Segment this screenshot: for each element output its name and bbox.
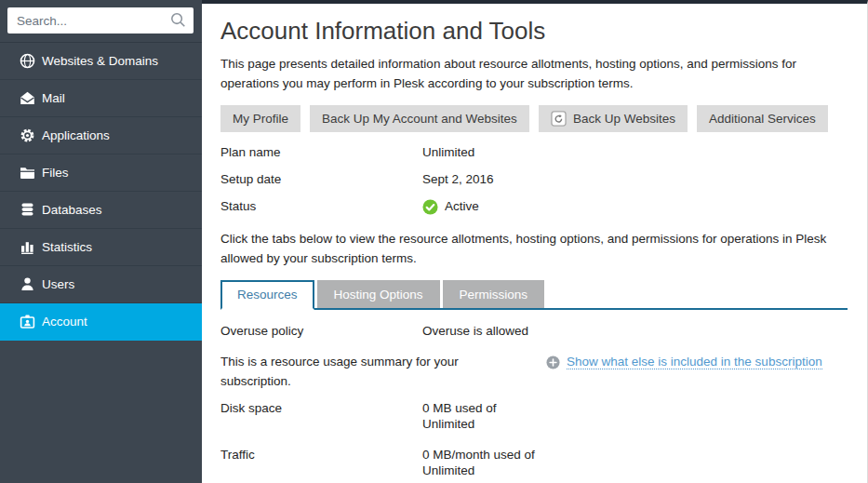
main-content: Account Information and Tools This page …	[202, 0, 868, 483]
database-icon	[20, 202, 35, 218]
plan-name-row: Plan name Unlimited	[220, 140, 848, 167]
traffic-value: 0 MB/month used of Unlimited	[422, 448, 539, 479]
sidebar-item-databases[interactable]: Databases	[0, 192, 202, 229]
sidebar-item-users[interactable]: Users	[0, 266, 202, 303]
sidebar-item-statistics[interactable]: Statistics	[0, 229, 202, 266]
backup-icon	[551, 111, 567, 127]
check-circle-icon	[422, 199, 438, 215]
resource-summary-row: This is a resource usage summary for you…	[220, 353, 848, 392]
disk-space-row: Disk space 0 MB used of Unlimited	[220, 396, 848, 438]
id-card-icon	[20, 314, 35, 329]
tab-resources[interactable]: Resources	[220, 280, 314, 310]
sidebar-nav: Websites & Domains Mail Applications Fil…	[0, 43, 202, 341]
sidebar-item-label: Users	[42, 277, 74, 291]
sidebar-item-applications[interactable]: Applications	[0, 117, 202, 154]
resource-summary-text: This is a resource usage summary for you…	[220, 353, 527, 392]
additional-services-button[interactable]: Additional Services	[697, 105, 828, 132]
setup-date-label: Setup date	[220, 172, 422, 188]
toolbar: My Profile Back Up My Account and Websit…	[220, 105, 848, 132]
backup-websites-button-label: Back Up Websites	[573, 112, 675, 126]
sidebar-item-account[interactable]: Account	[0, 303, 202, 341]
tabs-intro: Click the tabs below to view the resourc…	[220, 230, 848, 269]
gear-icon	[20, 127, 35, 143]
tab-hosting-options[interactable]: Hosting Options	[317, 280, 440, 308]
sidebar-item-label: Websites & Domains	[42, 54, 158, 68]
overuse-policy-value: Overuse is allowed	[422, 324, 528, 340]
status-label: Status	[220, 199, 422, 215]
sidebar-item-label: Account	[42, 315, 87, 329]
tab-permissions[interactable]: Permissions	[443, 280, 545, 308]
plan-name-value: Unlimited	[422, 145, 474, 161]
overuse-policy-row: Overuse policy Overuse is allowed	[220, 314, 848, 345]
show-subscription-link[interactable]: Show what else is included in the subscr…	[567, 355, 822, 369]
sidebar-item-label: Databases	[42, 203, 102, 217]
status-row: Status Active	[220, 194, 848, 221]
search-input[interactable]	[7, 7, 194, 34]
my-profile-button[interactable]: My Profile	[220, 105, 300, 132]
magnifier-icon[interactable]	[170, 12, 186, 28]
user-icon	[20, 276, 35, 292]
sidebar-item-files[interactable]: Files	[0, 154, 202, 192]
page-title: Account Information and Tools	[220, 17, 848, 46]
traffic-row: Traffic 0 MB/month used of Unlimited	[220, 438, 848, 483]
disk-space-label: Disk space	[220, 401, 422, 433]
traffic-label: Traffic	[220, 448, 422, 479]
search-box	[0, 0, 202, 43]
sidebar-item-label: Applications	[42, 128, 110, 142]
plus-circle-icon[interactable]	[546, 356, 560, 369]
sidebar-item-label: Files	[42, 166, 69, 180]
plan-name-label: Plan name	[220, 145, 422, 161]
sidebar-item-websites-domains[interactable]: Websites & Domains	[0, 43, 202, 80]
backup-account-websites-button[interactable]: Back Up My Account and Websites	[310, 105, 529, 132]
sidebar-item-mail[interactable]: Mail	[0, 80, 202, 117]
page-description: This page presents detailed information …	[220, 55, 835, 94]
plesk-app: Websites & Domains Mail Applications Fil…	[0, 0, 868, 483]
disk-space-value: 0 MB used of Unlimited	[422, 401, 539, 433]
backup-websites-button[interactable]: Back Up Websites	[539, 105, 688, 132]
folder-icon	[20, 165, 35, 181]
plan-info: Plan name Unlimited Setup date Sept 2, 2…	[220, 140, 848, 221]
tab-bar: Resources Hosting Options Permissions	[220, 280, 848, 310]
overuse-policy-label: Overuse policy	[220, 324, 422, 340]
resources-tab-content: Overuse policy Overuse is allowed This i…	[220, 310, 848, 483]
globe-icon	[20, 53, 35, 69]
bar-chart-icon	[20, 239, 35, 255]
mail-icon	[20, 90, 35, 106]
show-subscription-link-wrap[interactable]: Show what else is included in the subscr…	[546, 353, 822, 369]
sidebar: Websites & Domains Mail Applications Fil…	[0, 0, 202, 483]
status-value: Active	[445, 199, 479, 215]
setup-date-value: Sept 2, 2016	[422, 172, 494, 188]
sidebar-item-label: Mail	[42, 91, 65, 105]
setup-date-row: Setup date Sept 2, 2016	[220, 167, 848, 194]
sidebar-item-label: Statistics	[42, 240, 92, 254]
